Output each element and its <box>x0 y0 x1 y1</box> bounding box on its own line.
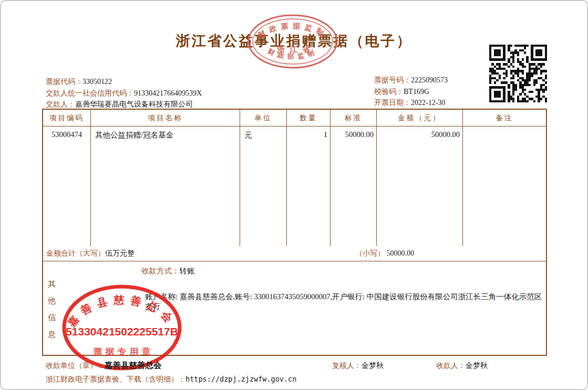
cell-unit: 元 <box>240 127 287 246</box>
receipt-code-label: 票据代码： <box>46 78 82 86</box>
col-header-standard: 标准 <box>331 110 377 126</box>
payer-name-label: 交款人： <box>46 100 75 108</box>
reviewer-label: 复核人： <box>332 362 362 370</box>
issue-date-label: 开票日期： <box>374 99 411 107</box>
reviewer-value: 金梦秋 <box>362 362 384 370</box>
fiscal-supervision-seal: 财政票据监制 浙江省 财政部监制 <box>245 12 340 73</box>
check-code-label: 校验码： <box>374 88 404 96</box>
verify-label: 浙江财政电子票据查验、下载（含明细）： <box>46 375 185 383</box>
other-info-char: 信 <box>48 313 56 323</box>
table-header-row: 项目编码 项目名称 单位 数量 标准 金额（元） 备注 <box>43 110 546 127</box>
total-daxie-value: 伍万元整 <box>105 249 135 258</box>
payment-method-line: 收款方式：转账 <box>141 266 195 276</box>
issue-date-line: 开票日期：2022-12-30 <box>374 97 448 109</box>
col-header-quantity: 数量 <box>287 110 331 126</box>
verify-url-link[interactable]: https://dzpj.zjzwfw.gov.cn <box>185 375 296 383</box>
receipt-page: 浙江省公益事业捐赠票据（电子） 票据代码：33050122 交款人统一社会信用代… <box>0 0 588 390</box>
seal-org-code: 51330421502225517B <box>66 325 178 338</box>
payee-unit-line: 收款单位（章）：嘉善县慈善总会 <box>46 360 162 371</box>
issue-date-value: 2022-12-30 <box>411 99 445 107</box>
col-header-remark: 备注 <box>463 110 546 126</box>
payee-value: 金梦秋 <box>466 362 488 370</box>
payee-label: 收款人： <box>436 362 466 370</box>
total-xiaoxie-label: （小写） <box>355 249 385 258</box>
payer-credit-code-line: 交款人统一社会信用代码：91330421766409539X <box>46 88 202 99</box>
cell-item-code: 53000474 <box>43 127 91 246</box>
receipt-number-value: 2225090573 <box>411 76 448 84</box>
cell-standard: 50000.00 <box>331 127 377 246</box>
receipt-number-line: 票据号码：2225090573 <box>374 75 448 86</box>
cell-quantity: 1 <box>287 127 331 246</box>
seal-caption: 票据专用章 <box>93 346 154 357</box>
other-info-char: 他 <box>48 296 56 306</box>
payee-line: 收款人：金梦秋 <box>436 361 488 371</box>
payment-method-value: 转账 <box>180 267 195 275</box>
receipt-meta-block: 票据号码：2225090573 校验码：BT169G 开票日期：2022-12-… <box>374 75 448 109</box>
payer-info-block: 票据代码：33050122 交款人统一社会信用代码：91330421766409… <box>46 76 202 110</box>
payment-method-label: 收款方式： <box>141 267 180 275</box>
payee-unit-value: 嘉善县慈善总会 <box>105 361 162 370</box>
col-header-item-name: 项目名称 <box>91 110 240 126</box>
verification-footer: 浙江财政电子票据查验、下载（含明细）：https://dzpj.zjzwfw.g… <box>46 375 296 384</box>
payee-unit-label: 收款单位（章）： <box>46 362 105 370</box>
total-xiaoxie-group: （小写） 50000.00 <box>355 246 414 261</box>
bank-account-line: 账户名称: 嘉善县慈善总会,账号: 33001637435059000007,开… <box>145 292 545 312</box>
total-daxie-label: 金额合计（大写） <box>46 249 105 258</box>
other-info-char: 息 <box>48 330 56 340</box>
total-row: 金额合计（大写） 伍万元整 （小写） 50000.00 <box>43 246 546 261</box>
qr-code <box>489 45 548 102</box>
table-row: 53000474 其他公益捐赠/冠名基金 元 1 50000.00 50000.… <box>43 127 546 246</box>
check-code-line: 校验码：BT169G <box>374 86 448 98</box>
cell-item-name: 其他公益捐赠/冠名基金 <box>91 127 240 246</box>
cell-amount: 50000.00 <box>377 127 463 246</box>
cell-remark <box>463 127 546 246</box>
col-header-amount: 金额（元） <box>377 110 463 126</box>
payer-name-value: 嘉善华瑞赛晶电气设备科技有限公司 <box>75 100 193 108</box>
check-code-value: BT169G <box>404 88 429 96</box>
reviewer-line: 复核人：金梦秋 <box>332 361 384 371</box>
receipt-code-value: 33050122 <box>82 78 112 86</box>
receipt-number-label: 票据号码： <box>374 76 411 84</box>
total-xiaoxie-value: 50000.00 <box>387 249 415 258</box>
other-info-char: 其 <box>48 279 56 289</box>
other-info-vertical-label: 其 他 信 息 <box>48 279 56 340</box>
col-header-item-code: 项目编码 <box>43 110 91 126</box>
col-header-unit: 单位 <box>240 110 287 126</box>
payer-credit-code-label: 交款人统一社会信用代码： <box>46 89 134 97</box>
payer-credit-code-value: 91330421766409539X <box>134 89 202 97</box>
receipt-code-line: 票据代码：33050122 <box>46 76 202 88</box>
organization-seal: 嘉善县慈善总会 51330421502225517B 票据专用章 <box>58 283 186 372</box>
